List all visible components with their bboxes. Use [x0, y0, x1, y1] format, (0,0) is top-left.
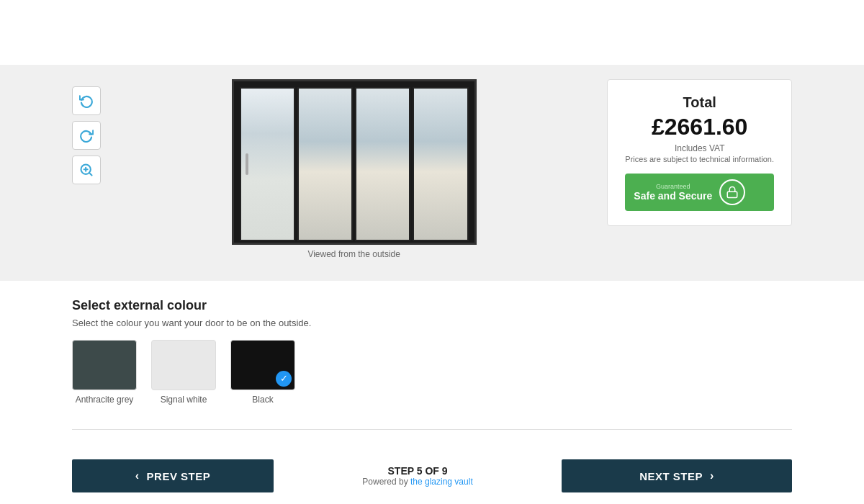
zoom-button[interactable] — [72, 156, 101, 184]
colour-name-white: Signal white — [161, 395, 207, 405]
footer: ‹ PREV STEP STEP 5 OF 9 Powered by the g… — [0, 448, 864, 504]
step-label: STEP 5 OF 9 — [362, 465, 472, 477]
prev-chevron-icon: ‹ — [135, 469, 140, 482]
price-amount: £2661.60 — [625, 114, 774, 140]
price-vat: Includes VAT — [625, 143, 774, 153]
colour-subtitle: Select the colour you want your door to … — [72, 318, 792, 328]
divider — [72, 429, 792, 430]
price-technical: Prices are subject to technical informat… — [625, 155, 774, 163]
colour-name-black: Black — [252, 395, 273, 405]
colour-option-black[interactable]: Black — [230, 340, 295, 405]
colour-options: Anthracite grey Signal white Black — [72, 340, 792, 405]
door-panel-3 — [355, 87, 410, 241]
colour-swatch-white[interactable] — [151, 340, 216, 390]
next-chevron-icon: › — [710, 469, 714, 482]
door-panel-2 — [297, 87, 353, 241]
lock-icon — [719, 179, 745, 205]
svg-line-1 — [89, 173, 92, 176]
colour-name-anthracite: Anthracite grey — [76, 395, 134, 405]
guaranteed-label: Guaranteed — [634, 183, 712, 190]
viewed-label: Viewed from the outside — [307, 249, 400, 259]
prev-step-label: PREV STEP — [147, 470, 211, 482]
step-info: STEP 5 OF 9 Powered by the glazing vault — [362, 465, 472, 487]
prev-step-button[interactable]: ‹ PREV STEP — [72, 459, 274, 492]
powered-by-text: Powered by — [362, 477, 410, 487]
flip-button[interactable] — [72, 86, 101, 115]
price-box: Total £2661.60 Includes VAT Prices are s… — [607, 79, 792, 226]
colour-title: Select external colour — [72, 298, 792, 313]
glazing-vault-link[interactable]: the glazing vault — [410, 477, 473, 487]
secure-badge: Guaranteed Safe and Secure — [625, 174, 774, 211]
safe-secure-label: Safe and Secure — [634, 190, 712, 202]
colour-swatch-black[interactable] — [230, 340, 295, 390]
reset-button[interactable] — [72, 121, 101, 150]
powered-by: Powered by the glazing vault — [362, 477, 472, 487]
door-panel-4 — [413, 87, 468, 241]
colour-swatch-anthracite[interactable] — [72, 340, 137, 390]
colour-option-white[interactable]: Signal white — [151, 340, 216, 405]
next-step-button[interactable]: NEXT STEP › — [562, 459, 792, 492]
colour-option-anthracite[interactable]: Anthracite grey — [72, 340, 137, 405]
svg-rect-4 — [728, 192, 738, 197]
door-panel-1 — [240, 87, 295, 241]
door-image — [232, 79, 477, 245]
door-viewer: Viewed from the outside — [115, 79, 593, 259]
colour-section: Select external colour Select the colour… — [0, 281, 864, 422]
total-label: Total — [625, 94, 774, 111]
next-step-label: NEXT STEP — [639, 470, 703, 482]
